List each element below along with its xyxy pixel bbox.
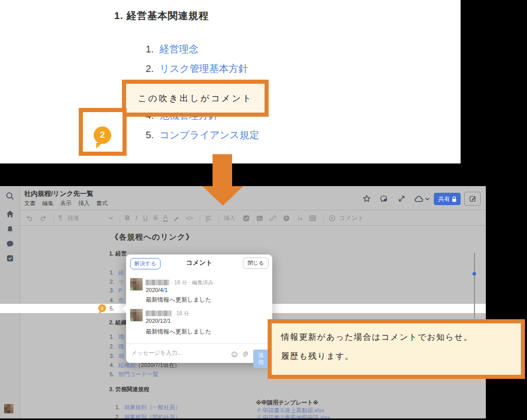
menu-edit[interactable]: 編集 <box>42 199 54 207</box>
insert-image-icon[interactable] <box>256 214 264 222</box>
doc-list-item: 3.P <box>110 287 122 294</box>
home-icon[interactable] <box>6 210 14 218</box>
doc-link[interactable]: 危 <box>118 297 124 303</box>
doc-link[interactable]: 部門コード一覧 <box>118 371 159 377</box>
menu-insert[interactable]: 挿入 <box>78 199 90 207</box>
doc-list-item: 2.就業規則（契約社員） <box>115 413 181 418</box>
insert-timeline-icon[interactable] <box>283 214 290 222</box>
comment-bubble-icon[interactable]: 2 <box>98 304 106 312</box>
add-comment-icon[interactable] <box>328 214 336 222</box>
menu-format[interactable]: 書式 <box>96 199 108 207</box>
insert-divider-icon[interactable] <box>296 214 303 222</box>
item-number: 2. <box>115 414 124 418</box>
item-number: 2. <box>110 343 118 350</box>
document-excerpt-panel: 1. 経営基本関連規程 1.経営理念 2.リスク管理基本方針 3. 4.危機管理… <box>0 0 461 163</box>
attach-paperclip-icon[interactable] <box>241 351 248 358</box>
paperclip-icon <box>256 408 261 413</box>
commenter-avatar-blurred <box>130 278 133 281</box>
header-divider <box>20 210 486 210</box>
undo-icon[interactable] <box>26 214 33 222</box>
menu-bar: 文書 編集 表示 挿入 書式 <box>24 199 108 207</box>
lock-icon <box>452 196 456 202</box>
cloud-sync-icon[interactable] <box>414 195 424 203</box>
align-list-icon[interactable] <box>205 215 212 222</box>
highlighter-icon[interactable] <box>173 215 180 222</box>
doc-link[interactable]: 就業規則（一般社員） <box>124 404 181 410</box>
italic-button[interactable]: I <box>135 214 137 222</box>
doc-link[interactable]: コンプライアンス規定 <box>160 130 259 140</box>
doc-link[interactable]: 就業規則（契約社員） <box>124 414 181 418</box>
doc-link[interactable]: 職 <box>118 343 124 350</box>
font-color-button[interactable]: A <box>163 215 167 222</box>
file-link[interactable]: 申請書①身上異動届.xlsx <box>262 407 324 413</box>
comment-bubble-tail <box>96 143 102 149</box>
compose-button[interactable] <box>464 192 481 206</box>
doc-link[interactable]: 経 <box>118 269 124 276</box>
doc-link[interactable]: 経営理念 <box>160 44 199 54</box>
toolbar-separator <box>120 214 120 222</box>
insert-checkbox-icon[interactable] <box>242 214 250 222</box>
item-number: 2. <box>146 63 160 75</box>
user-avatar-blurred[interactable] <box>4 404 7 407</box>
comments-icon[interactable] <box>379 194 389 204</box>
redo-icon[interactable] <box>39 214 47 222</box>
doc-link[interactable]: P <box>118 287 122 294</box>
doc-link[interactable]: 就 <box>118 353 124 359</box>
file-link[interactable]: 申請書②慶弔休暇申請.xlsx <box>262 414 330 418</box>
annotation-callout-top: この吹き出しがコメント <box>122 80 269 117</box>
comment-count: 2 <box>100 130 104 140</box>
code-button[interactable]: </> <box>186 215 193 221</box>
paperclip-icon <box>256 415 261 418</box>
menu-view[interactable]: 表示 <box>60 199 72 207</box>
annotation-text: この吹き出しがコメント <box>138 93 253 104</box>
item-number: 5. <box>146 130 160 141</box>
paper-app-window: 社内規程/リンク先一覧 文書 編集 表示 挿入 書式 共有 ¶ 段落 <box>0 186 486 418</box>
close-button[interactable]: 閉じる <box>243 258 269 269</box>
insert-table-icon[interactable] <box>309 214 317 222</box>
tasks-check-icon[interactable] <box>6 254 14 263</box>
item-number: 5. <box>110 305 118 312</box>
arrow-shaft <box>213 154 232 187</box>
templates-title: ※申請用テンプレート※ <box>256 399 319 407</box>
strikethrough-button[interactable]: S <box>153 214 157 222</box>
bold-button[interactable]: B <box>125 214 130 222</box>
doc-link[interactable]: 職 <box>118 334 124 340</box>
insert-link-icon[interactable] <box>269 214 277 222</box>
section1-title: 1. 経営 <box>109 250 127 258</box>
doc-list-item: 4.危 <box>110 297 124 304</box>
file-link-row: 申請書①身上異動届.xlsx <box>256 407 324 414</box>
comment-body: 最新情報へ更新しました <box>146 296 212 304</box>
tutorial-canvas: 1. 経営基本関連規程 1.経営理念 2.リスク管理基本方針 3. 4.危機管理… <box>0 0 527 420</box>
send-button[interactable]: 送信 <box>253 350 269 368</box>
doc-list-item: 1.職 <box>110 333 124 341</box>
share-button[interactable]: 共有 <box>434 193 461 205</box>
doc-link[interactable]: リ <box>118 279 124 285</box>
item-number: 4. <box>110 297 118 303</box>
comment-input[interactable] <box>130 349 225 356</box>
doc-list-item: 2.リ <box>110 278 124 286</box>
chat-bubble-icon[interactable] <box>6 240 14 248</box>
chevron-down-icon[interactable] <box>109 216 113 220</box>
search-icon[interactable] <box>5 191 14 200</box>
doc-link[interactable]: リスク管理基本方針 <box>160 63 248 74</box>
underline-button[interactable]: U <box>143 214 148 222</box>
section2-title: 2. 組織 <box>109 319 127 326</box>
item-number: 2. <box>110 279 118 285</box>
comment-popup: 解決する コメント 閉じる · 18 分 · 編集済み 2020/4/1 最新情… <box>126 254 272 363</box>
emoji-icon[interactable] <box>231 351 238 358</box>
present-expand-icon[interactable] <box>397 194 406 203</box>
comment-meta: · 18 分 <box>173 310 189 317</box>
menu-document[interactable]: 文書 <box>24 199 36 207</box>
add-comment-label[interactable]: コメント <box>339 214 364 223</box>
doc-list-item: 3.就 <box>110 352 124 360</box>
bell-icon[interactable] <box>6 225 14 234</box>
section3-title: 3. 労務関連規程 <box>109 386 149 393</box>
star-icon[interactable] <box>362 194 371 203</box>
comment-anchor-line <box>474 253 475 319</box>
chevron-down-icon[interactable] <box>425 197 430 201</box>
annotation-callout-bottom: 情報更新があった場合はコメントでお知らせ。 履歴も残ります。 <box>268 319 525 379</box>
paragraph-style-select[interactable]: 段落 <box>68 214 103 222</box>
pencil-square-icon <box>469 195 477 203</box>
toolbar-divider <box>20 225 486 226</box>
item-number: 5. <box>110 371 118 377</box>
